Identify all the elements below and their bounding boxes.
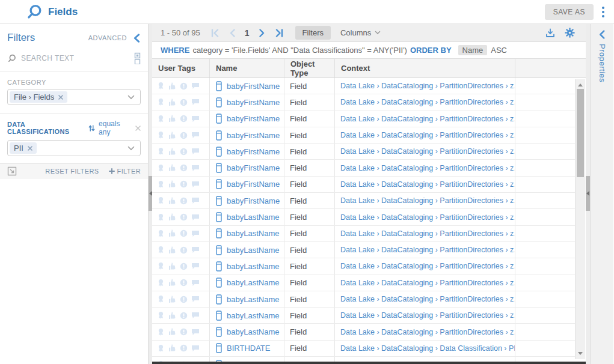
comment-icon[interactable] [191,262,200,270]
field-name-link[interactable]: babyLastName [227,246,279,255]
context-link[interactable]: Data Lake › DataCataloging › PartitionDi… [340,328,515,336]
deprecation-icon[interactable] [180,344,188,352]
context-link[interactable]: Data Lake › DataCataloging › PartitionDi… [340,98,515,106]
endorsement-icon[interactable] [168,82,176,90]
certification-icon[interactable] [157,180,165,189]
endorsement-icon[interactable] [168,361,176,362]
category-select[interactable]: File › Fields [7,89,141,105]
context-link[interactable]: Data Lake › DataCataloging › PartitionDi… [340,311,515,320]
field-name-link[interactable]: babyFirstName [227,114,280,123]
field-name-link[interactable]: babyFirstName [227,82,280,91]
context-link[interactable]: Data Lake › DataCataloging › PartitionDi… [340,164,515,172]
deprecation-icon[interactable] [180,213,188,221]
endorsement-icon[interactable] [168,115,176,123]
chip-remove-icon[interactable] [58,95,63,100]
remove-filter-icon[interactable] [135,126,141,131]
comment-icon[interactable] [191,230,200,237]
endorsement-icon[interactable] [168,344,176,352]
deprecation-icon[interactable] [180,164,188,172]
order-field-chip[interactable]: Name [458,45,488,55]
deprecation-icon[interactable] [180,279,188,287]
query-bar[interactable]: WHERE category = 'File.Fields' AND "Data… [152,42,586,59]
certification-icon[interactable] [157,82,165,90]
field-name-link[interactable]: BirthDate [227,360,259,362]
certification-icon[interactable] [157,98,165,106]
field-name-link[interactable]: babyFirstName [227,196,280,205]
field-name-link[interactable]: babyLastName [227,327,279,336]
field-name-link[interactable]: babyFirstName [227,180,280,189]
field-name-link[interactable]: babyFirstName [227,98,280,107]
deprecation-icon[interactable] [180,296,188,303]
certification-icon[interactable] [157,311,165,320]
field-name-link[interactable]: babyLastName [227,229,279,238]
comment-icon[interactable] [191,197,200,204]
deprecation-icon[interactable] [180,262,188,270]
endorsement-icon[interactable] [168,328,176,336]
comment-icon[interactable] [191,82,200,89]
reset-filters-button[interactable]: RESET FILTERS [45,168,99,175]
column-header-context[interactable]: Context [335,59,515,77]
expand-properties-icon[interactable] [598,30,606,39]
collapse-sidebar-icon[interactable] [133,34,141,43]
deprecation-icon[interactable] [180,180,188,188]
deprecation-icon[interactable] [180,148,188,156]
vertical-scrollbar[interactable] [575,79,585,359]
comment-icon[interactable] [191,132,200,139]
scrollbar-thumb[interactable] [577,89,584,177]
certification-icon[interactable] [157,328,165,336]
endorsement-icon[interactable] [168,246,176,254]
context-link[interactable]: Data Lake › DataCataloging › PartitionDi… [340,279,515,287]
advanced-link[interactable]: ADVANCED [88,34,127,41]
context-link[interactable]: Data Lake › DataCataloging › PartitionDi… [340,180,515,189]
save-as-button[interactable]: SAVE AS [545,4,594,20]
endorsement-icon[interactable] [168,164,176,172]
endorsement-icon[interactable] [168,229,176,237]
endorsement-icon[interactable] [168,148,176,156]
context-link[interactable]: Data Lake › DataCataloging › PartitionDi… [340,246,515,254]
field-name-link[interactable]: babyFirstName [227,163,280,172]
field-name-link[interactable]: babyLastName [227,295,279,304]
comment-icon[interactable] [191,181,200,188]
certification-icon[interactable] [157,360,165,362]
prev-page-icon[interactable] [229,29,236,37]
endorsement-icon[interactable] [168,180,176,188]
comment-icon[interactable] [191,329,200,336]
comment-icon[interactable] [191,115,200,123]
field-name-link[interactable]: babyFirstName [227,131,280,140]
filters-toggle-button[interactable]: Filters [295,26,331,40]
download-icon[interactable] [545,28,555,38]
comment-icon[interactable] [191,296,200,303]
certification-icon[interactable] [157,147,165,156]
field-name-link[interactable]: babyLastName [227,278,279,287]
deprecation-icon[interactable] [180,312,188,320]
certification-icon[interactable] [157,115,165,123]
context-link[interactable]: Data Lake › DataCataloging › PartitionDi… [340,196,515,205]
first-page-icon[interactable] [211,29,220,37]
deprecation-icon[interactable] [180,328,188,336]
context-link[interactable]: Data Lake › DataCataloging › PartitionDi… [340,131,515,139]
column-header-object-type[interactable]: Object Type [284,59,335,77]
context-link[interactable]: Data Lake › DataCataloging › PartitionDi… [340,262,515,270]
endorsement-icon[interactable] [168,99,176,106]
endorsement-icon[interactable] [168,279,176,287]
kebab-menu-icon[interactable] [602,7,604,17]
chip-remove-icon[interactable] [28,146,32,151]
add-filter-button[interactable]: FILTER [109,168,141,175]
right-splitter-handle[interactable] [586,176,590,211]
context-link[interactable]: Data Lake › DataCataloging › PartitionDi… [340,82,515,90]
column-header-name[interactable]: Name [210,59,284,77]
match-options-icon[interactable] [134,52,141,64]
comment-icon[interactable] [191,148,200,155]
comment-icon[interactable] [191,99,200,106]
deprecation-icon[interactable] [180,99,188,106]
field-name-link[interactable]: babyFirstName [227,147,280,156]
column-header-user-tags[interactable]: User Tags [152,59,210,77]
field-name-link[interactable]: babyLastName [227,311,279,320]
comment-icon[interactable] [191,165,200,172]
certification-icon[interactable] [157,131,165,139]
deprecation-icon[interactable] [180,229,188,237]
endorsement-icon[interactable] [168,262,176,270]
endorsement-icon[interactable] [168,296,176,303]
columns-dropdown-button[interactable]: Columns [340,28,381,37]
operator-label[interactable]: equals any [99,120,132,136]
